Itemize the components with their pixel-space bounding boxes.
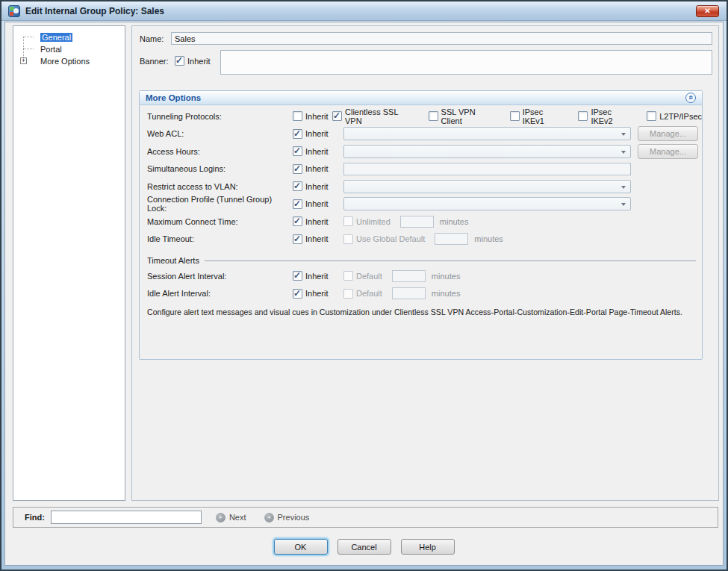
restrict-vlan-select[interactable] [343,180,631,193]
banner-row: Banner: Inherit [140,50,712,75]
field-label: Simultaneous Logins: [147,164,293,173]
maximum-connect-time-input[interactable] [400,216,434,228]
dialog-window: Edit Internal Group Policy: Sales ✕ Gene… [0,0,728,571]
default-checkbox[interactable] [343,289,353,299]
next-arrow-icon [216,513,225,522]
dropdown-arrow-icon [621,203,626,206]
field-label: Maximum Connect Time: [147,217,293,226]
access-hours-manage-button[interactable]: Manage... [638,144,698,159]
close-button[interactable]: ✕ [696,5,719,17]
use-global-default-checkbox[interactable] [343,234,353,244]
inherit-checkbox[interactable] [293,234,302,244]
window-title: Edit Internal Group Policy: Sales [25,6,164,16]
general-settings-panel: Name: Banner: Inherit More Options « [131,25,719,501]
inherit-checkbox[interactable] [293,129,302,139]
title-bar[interactable]: Edit Internal Group Policy: Sales ✕ [1,1,727,21]
more-options-header[interactable]: More Options « [140,91,702,105]
ok-button[interactable]: OK [274,539,328,555]
find-bar: Find: Next Previous [13,507,718,528]
banner-inherit-label: Inherit [187,57,211,66]
inherit-checkbox[interactable] [293,199,302,209]
timeout-alerts-label: Timeout Alerts [147,256,199,265]
field-label: Web ACL: [147,129,293,138]
name-row: Name: [140,32,712,45]
inherit-checkbox[interactable] [293,164,302,174]
field-label: Idle Timeout: [147,234,293,243]
footer-buttons: OK Cancel Help [5,539,723,555]
inherit-checkbox[interactable] [293,111,302,121]
tree-expand-icon[interactable]: + [20,57,27,64]
default-checkbox[interactable] [343,271,353,281]
separator-line [205,260,696,261]
find-previous-button[interactable]: Previous [264,513,310,522]
banner-textarea[interactable] [220,50,712,75]
row-access-hours: Access Hours: Inherit Manage... [140,145,702,158]
ssl-vpn-client-checkbox[interactable] [429,111,438,121]
inherit-checkbox[interactable] [293,146,302,156]
dropdown-arrow-icon [621,186,626,189]
field-label: Restrict access to VLAN: [147,182,293,191]
timeout-alerts-note: Configure alert text messages and visual… [147,308,694,316]
tree-item-more-options[interactable]: + More Options [13,55,125,67]
inherit-checkbox[interactable] [293,181,302,191]
timeout-alerts-separator: Timeout Alerts [147,256,696,265]
row-idle-alert-interval: Idle Alert Interval: Inherit Default min… [140,287,702,300]
idle-alert-interval-input[interactable] [392,287,426,299]
help-button[interactable]: Help [401,539,455,555]
row-connection-profile-lock: Connection Profile (Tunnel Group) Lock: … [140,197,702,210]
connection-profile-lock-select[interactable] [343,197,631,210]
previous-arrow-icon [264,513,274,522]
nav-tree: General Portal + More Options [13,26,125,67]
tree-item-portal[interactable]: Portal [13,43,125,55]
inherit-checkbox[interactable] [293,271,302,281]
name-label: Name: [140,34,171,43]
inherit-checkbox[interactable] [293,289,302,299]
ipsec-ikev2-checkbox[interactable] [578,111,588,121]
simultaneous-logins-input[interactable] [343,163,631,175]
find-input[interactable] [51,511,202,524]
field-label: Session Alert Interval: [147,272,293,281]
row-simultaneous-logins: Simultaneous Logins: Inherit [140,162,702,175]
tree-item-general[interactable]: General [13,31,125,43]
web-acl-manage-button[interactable]: Manage... [638,126,698,141]
row-restrict-vlan: Restrict access to VLAN: Inherit [140,180,702,193]
web-acl-select[interactable] [343,127,631,140]
field-label: Connection Profile (Tunnel Group) Lock: [147,195,293,213]
row-tunneling-protocols: Tunneling Protocols: Inherit Clientless … [140,110,702,123]
nav-tree-panel: General Portal + More Options [13,25,125,501]
row-web-acl: Web ACL: Inherit Manage... [140,127,702,140]
cancel-button[interactable]: Cancel [337,539,391,555]
dialog-content: General Portal + More Options Name: [4,22,724,566]
find-next-button[interactable]: Next [216,513,246,522]
banner-inherit-checkbox[interactable] [175,56,184,66]
dropdown-arrow-icon [621,151,626,154]
app-icon [8,5,20,17]
clientless-ssl-vpn-checkbox[interactable] [332,111,342,121]
find-label: Find: [25,513,45,522]
window-frame: Edit Internal Group Policy: Sales ✕ Gene… [1,1,727,570]
field-label: Idle Alert Interval: [147,289,293,298]
name-input[interactable] [171,32,712,45]
inherit-checkbox[interactable] [293,216,302,226]
unlimited-checkbox[interactable] [343,216,353,226]
idle-timeout-input[interactable] [435,233,468,245]
session-alert-interval-input[interactable] [392,270,426,282]
row-maximum-connect-time: Maximum Connect Time: Inherit Unlimited … [140,215,702,228]
row-idle-timeout: Idle Timeout: Inherit Use Global Default… [140,232,702,246]
row-session-alert-interval: Session Alert Interval: Inherit Default … [140,269,702,283]
field-label: Tunneling Protocols: [147,112,293,121]
more-options-title: More Options [146,93,685,102]
banner-label: Banner: [140,57,175,66]
access-hours-select[interactable] [343,145,631,158]
more-options-box: More Options « Tunneling Protocols: Inhe… [139,90,703,360]
ipsec-ikev1-checkbox[interactable] [510,111,520,121]
l2tp-ipsec-checkbox[interactable] [647,111,656,121]
dropdown-arrow-icon [621,133,626,136]
field-label: Access Hours: [147,147,293,156]
inherit-label: Inherit [305,112,329,121]
collapse-chevron-icon[interactable]: « [685,93,696,103]
